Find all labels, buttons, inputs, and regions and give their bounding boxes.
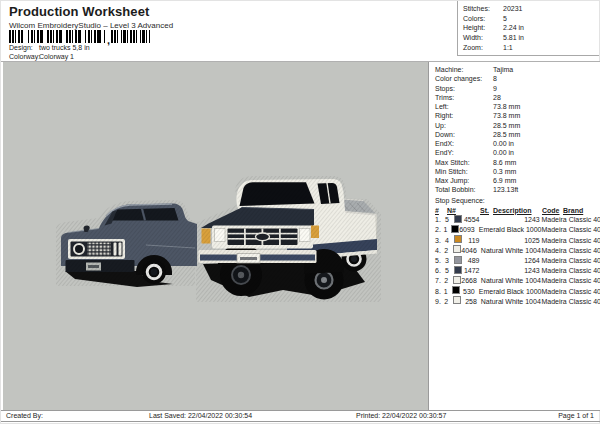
thread-swatch	[453, 276, 461, 284]
stop-row: 1.545541243Madeira Classic 40	[435, 215, 600, 225]
footer-page-number: Page 1 of 1	[558, 412, 594, 419]
trucks-artwork	[51, 168, 385, 304]
machine-row: Color changes:8	[435, 74, 600, 83]
thread-swatch	[454, 256, 462, 264]
thread-swatch	[451, 225, 459, 233]
machine-row: Stops:9	[435, 84, 600, 93]
thread-swatch	[454, 266, 462, 274]
footer-created-by: Created By:	[6, 412, 43, 419]
page-title: Production Worksheet	[9, 4, 149, 19]
stop-row: 4.24046Natural White1004Madeira Classic …	[435, 245, 600, 255]
thread-swatch	[453, 245, 461, 253]
stop-row: 2.16093Emerald Black1000Madeira Classic …	[435, 225, 600, 235]
stop-sequence-title: Stop Sequence:	[435, 196, 600, 206]
footer-printed: Printed: 22/04/2022 00:30:57	[356, 412, 446, 419]
design-canvas	[3, 62, 428, 410]
stats-panel: Stitches:20231 Colors:5 Height:2.24 in W…	[457, 1, 599, 56]
thread-swatch	[452, 286, 460, 294]
stat-width: Width:5.81 in	[463, 33, 599, 43]
stop-row: 9.2258Natural White1004Madeira Classic 4…	[435, 296, 600, 306]
design-row: Design: two trucks 5,8 in	[9, 44, 90, 51]
machine-row: Max Jump:6.9 mm	[435, 176, 600, 185]
footer-last-saved: Last Saved: 22/04/2022 00:30:54	[149, 412, 252, 419]
barcode-segment-2	[111, 30, 150, 43]
machine-row: Trims:28	[435, 93, 600, 102]
thread-swatch	[453, 296, 461, 304]
machine-row: Left:73.8 mm	[435, 102, 600, 111]
barcode-icon: ,	[9, 30, 150, 43]
machine-row: Right:73.8 mm	[435, 111, 600, 120]
design-value: two trucks 5,8 in	[39, 44, 90, 51]
barcode-segment-1	[9, 30, 106, 43]
stat-colors: Colors:5	[463, 14, 599, 24]
design-label: Design:	[9, 44, 39, 51]
thread-swatch	[454, 215, 462, 223]
machine-row: Machine:Tajima	[435, 65, 600, 74]
info-panel: Machine:Tajima Color changes:8 Stops:9 T…	[428, 62, 600, 410]
stop-row: 5.34891264Madeira Classic 40	[435, 256, 600, 266]
stat-stitches: Stitches:20231	[463, 4, 599, 14]
stop-row: 7.22668Natural White1004Madeira Classic …	[435, 276, 600, 286]
machine-row: Down:28.5 mm	[435, 130, 600, 139]
stop-sequence-header: # N# St. Description Code Brand	[435, 206, 600, 215]
stat-height: Height:2.24 in	[463, 23, 599, 33]
worksheet-page: Production Worksheet Wilcom EmbroiderySt…	[0, 0, 600, 424]
colorway-row: Colorway: Colorway 1	[9, 53, 74, 60]
footer-divider-top	[1, 410, 600, 411]
colorway-value: Colorway 1	[39, 53, 74, 60]
stat-zoom: Zoom:1:1	[463, 43, 599, 53]
machine-row: Total Bobbin:123.13ft	[435, 185, 600, 194]
stop-row: 6.514721243Madeira Classic 40	[435, 266, 600, 276]
stop-row: 8.1530Emerald Black1000Madeira Classic 4…	[435, 286, 600, 296]
machine-row: Min Stitch:0.3 mm	[435, 167, 600, 176]
footer-divider-bottom	[1, 421, 600, 422]
machine-row: Up:28.5 mm	[435, 121, 600, 130]
machine-row: Max Stitch:8.6 mm	[435, 158, 600, 167]
machine-row: EndX:0.00 in	[435, 139, 600, 148]
colorway-label: Colorway:	[9, 53, 39, 60]
app-subtitle: Wilcom EmbroideryStudio – Level 3 Advanc…	[9, 21, 173, 30]
thread-swatch	[454, 235, 462, 243]
stop-row: 3.41191025Madeira Classic 40	[435, 235, 600, 245]
machine-row: EndY:0.00 in	[435, 148, 600, 157]
